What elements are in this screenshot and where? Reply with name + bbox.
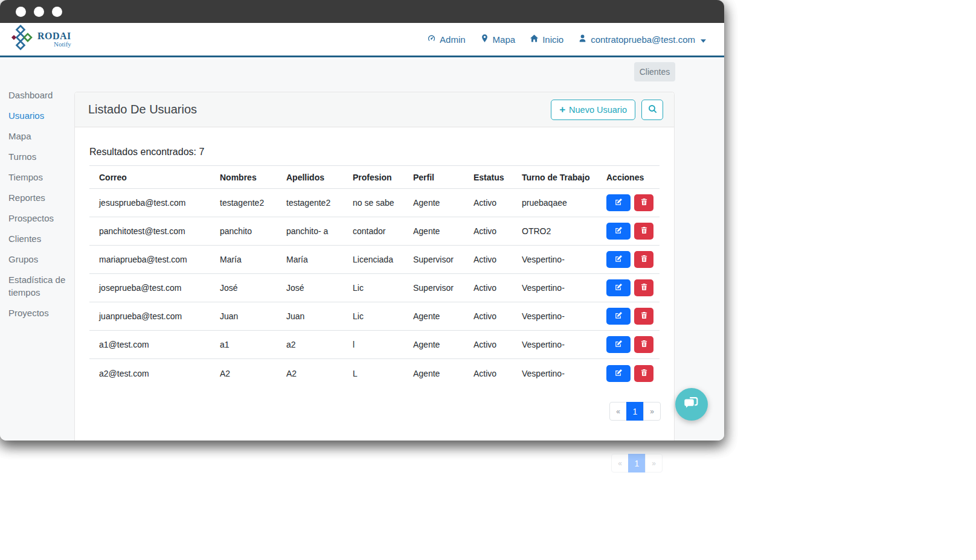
actions-cell: [597, 279, 660, 296]
window-control-dot[interactable]: [34, 7, 44, 17]
nav-item-label: contratoprueba@test.com: [591, 34, 695, 45]
trash-icon: [640, 340, 648, 349]
card-header: Listado De Usuarios + Nuevo Usuario: [75, 92, 674, 127]
table-cell: testagente2: [277, 198, 343, 208]
sidebar-item-estad-stica-de-tiempos[interactable]: Estadística de tiempos: [8, 273, 68, 299]
delete-button[interactable]: [634, 251, 653, 268]
edit-icon: [615, 311, 623, 321]
edit-icon: [615, 198, 623, 208]
actions-cell: [597, 251, 660, 268]
table-cell: a1@test.com: [89, 340, 210, 349]
sidebar-item-tiempos[interactable]: Tiempos: [8, 171, 68, 183]
table-cell: Activo: [464, 283, 512, 293]
pagination-page-1[interactable]: 1: [626, 402, 644, 421]
window-titlebar: [0, 0, 724, 23]
table-cell: panchito: [210, 226, 277, 236]
pagination-next[interactable]: »: [643, 402, 661, 421]
trash-icon: [640, 311, 648, 321]
table-cell: juanprueba@test.com: [89, 311, 210, 321]
table-row: a2@test.comA2A2LAgenteActivoVespertino-: [89, 359, 660, 387]
table-cell: L: [343, 369, 403, 378]
sidebar-item-grupos[interactable]: Grupos: [8, 253, 68, 266]
table-cell: contador: [343, 226, 403, 236]
pagination-page-1: 1: [628, 454, 646, 472]
sidebar-item-proyectos[interactable]: Proyectos: [8, 307, 68, 319]
pagination-next: »: [645, 454, 663, 472]
new-user-button[interactable]: + Nuevo Usuario: [551, 100, 635, 120]
top-nav: AdminMapaIniciocontratoprueba@test.com: [427, 34, 706, 45]
edit-button[interactable]: [606, 251, 631, 268]
trash-icon: [640, 283, 648, 293]
table-cell: a1: [210, 340, 277, 349]
nav-item-label: Mapa: [493, 34, 516, 45]
pagination-prev[interactable]: «: [609, 402, 627, 421]
sidebar-item-turnos[interactable]: Turnos: [8, 150, 68, 163]
edit-button[interactable]: [606, 308, 631, 325]
sidebar-item-reportes[interactable]: Reportes: [8, 191, 68, 204]
sidebar-item-prospectos[interactable]: Prospectos: [8, 212, 68, 224]
edit-button[interactable]: [606, 194, 631, 211]
nav-item-label: Admin: [440, 34, 466, 45]
table-cell: Vespertino-: [512, 255, 597, 264]
actions-cell: [597, 336, 660, 353]
sidebar-item-usuarios[interactable]: Usuarios: [8, 109, 68, 122]
chat-bubble-button[interactable]: [675, 388, 708, 421]
table-cell: Agente: [403, 369, 464, 378]
column-header: Apellidos: [277, 173, 343, 182]
edit-button[interactable]: [606, 365, 631, 382]
delete-button[interactable]: [634, 279, 653, 296]
app-window-front: RODAI Notify AdminMapaIniciocontratoprue…: [0, 0, 724, 441]
delete-button[interactable]: [634, 223, 653, 240]
table-cell: Supervisor: [403, 283, 464, 293]
table-cell: A2: [210, 369, 277, 378]
column-header: Estatus: [464, 173, 512, 182]
table-cell: Activo: [464, 340, 512, 349]
nav-item-inicio[interactable]: Inicio: [530, 34, 563, 45]
edit-button[interactable]: [606, 279, 631, 296]
column-header: Profesion: [343, 173, 403, 182]
window-control-dot[interactable]: [16, 7, 26, 17]
edit-button[interactable]: [606, 336, 631, 353]
table-cell: joseprueba@test.com: [89, 283, 210, 293]
delete-button[interactable]: [634, 365, 653, 382]
ghost-pagination: « 1 »: [611, 454, 663, 472]
table-cell: Juan: [277, 311, 343, 321]
gauge-icon: [427, 34, 436, 45]
edit-button[interactable]: [606, 223, 631, 240]
nav-item-mapa[interactable]: Mapa: [480, 34, 516, 45]
app-header: RODAI Notify AdminMapaIniciocontratoprue…: [0, 23, 724, 57]
sidebar-item-clientes[interactable]: Clientes: [8, 232, 68, 245]
table-row: juanprueba@test.comJuanJuanLicAgenteActi…: [89, 302, 660, 331]
table-cell: Activo: [464, 369, 512, 378]
actions-cell: [597, 308, 660, 325]
table-cell: jesusprueba@test.com: [89, 198, 210, 208]
column-header: Perfil: [403, 173, 464, 182]
window-control-dot[interactable]: [52, 7, 62, 17]
column-header: Turno de Trabajo: [512, 173, 597, 182]
table-cell: a2: [277, 340, 343, 349]
table-cell: María: [277, 255, 343, 264]
results-count: Resultados encontrados: 7: [89, 147, 204, 158]
brand-logo: RODAI Notify: [7, 25, 71, 54]
delete-button[interactable]: [634, 336, 653, 353]
table-cell: Vespertino-: [512, 369, 597, 378]
clientes-button[interactable]: Clientes: [634, 62, 675, 81]
table-cell: María: [210, 255, 277, 264]
table-cell: Activo: [464, 198, 512, 208]
table-cell: Juan: [210, 311, 277, 321]
table-cell: panchito- a: [277, 226, 343, 236]
nav-item-admin[interactable]: Admin: [427, 34, 466, 45]
sidebar-item-dashboard[interactable]: Dashboard: [8, 89, 68, 101]
table-cell: panchitotest@test.com: [89, 226, 210, 236]
delete-button[interactable]: [634, 194, 653, 211]
sidebar-item-mapa[interactable]: Mapa: [8, 130, 68, 142]
search-button[interactable]: [641, 100, 663, 120]
rodai-diamonds-icon: [7, 25, 34, 54]
users-card: Listado De Usuarios + Nuevo Usuario Resu…: [74, 92, 675, 441]
nav-item-contratoprueba-test-com[interactable]: contratoprueba@test.com: [578, 34, 706, 45]
delete-button[interactable]: [634, 308, 653, 325]
pagination-prev: «: [611, 454, 629, 472]
trash-icon: [640, 226, 648, 236]
actions-cell: [597, 223, 660, 240]
edit-icon: [615, 255, 623, 264]
